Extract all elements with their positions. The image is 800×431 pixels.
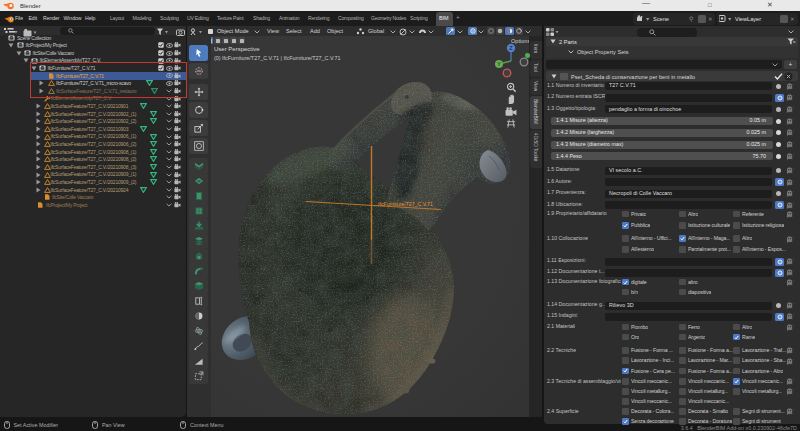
svg-text:Y: Y — [497, 61, 501, 67]
svg-text:IfcFurniture/T27_C.V.71: IfcFurniture/T27_C.V.71 — [378, 201, 433, 207]
